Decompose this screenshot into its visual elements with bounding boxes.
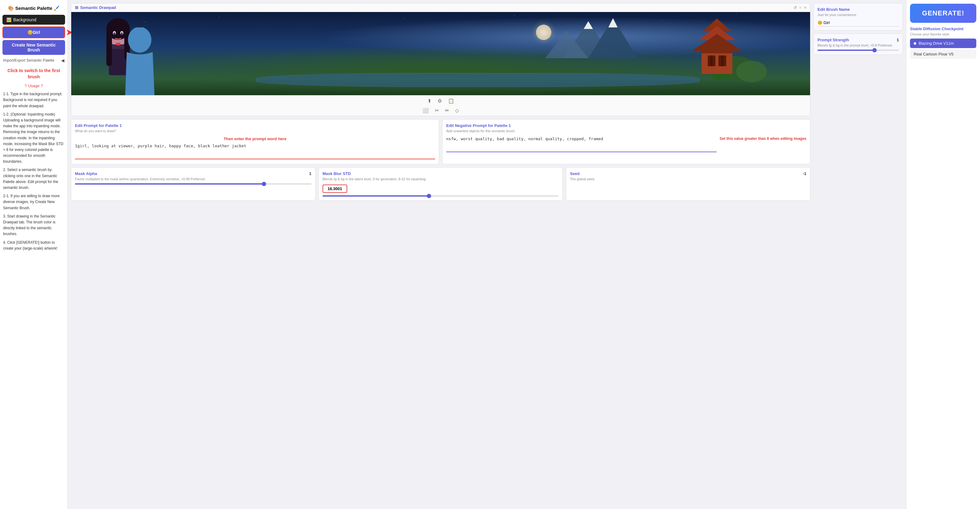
mask-blur-slider-fill <box>323 195 429 197</box>
drawpad-image[interactable] <box>71 12 810 95</box>
right-panel: GENERATE! Stable Diffusion Checkpoint Ch… <box>906 0 980 509</box>
toolbar-row2: ⬜ ✂ ✏ ◇ <box>71 106 810 116</box>
sidebar-item-background[interactable]: 🖼️ Background <box>2 15 65 25</box>
copy-icon[interactable]: 📋 <box>448 98 454 104</box>
svg-marker-4 <box>608 18 618 27</box>
seed-value: -1 <box>803 171 807 176</box>
svg-rect-23 <box>702 51 732 74</box>
create-brush-label: Create New Semantic Brush <box>12 43 56 52</box>
svg-point-16 <box>113 32 115 35</box>
svg-rect-24 <box>702 51 732 53</box>
brush-name-input[interactable]: 😊 Girl <box>818 19 899 27</box>
instruction-4: 2-1. If you are willing to draw more div… <box>3 193 64 211</box>
drawpad-header: ⊞ Semantic Drawpad ↺ ○ × <box>71 3 810 12</box>
mask-alpha-panel: Mask Alpha 1 Factor multiplied to the ma… <box>71 167 315 201</box>
drawpad-controls: ↺ ○ × <box>794 5 807 10</box>
param-panels-row: Mask Alpha 1 Factor multiplied to the ma… <box>71 167 810 201</box>
prompt-strength-value: 1 <box>897 38 899 42</box>
brush-name-sublabel: Just for your convenience. <box>818 13 899 17</box>
pagoda <box>683 17 751 79</box>
background-brush-icon: 🖼️ <box>6 17 11 22</box>
brush-name-panel: Edit Brush Name Just for your convenienc… <box>813 3 903 30</box>
prompt-strength-panel: Prompt Strength 1 Blends fg & bg in the … <box>813 33 903 55</box>
checkpoint-section: Stable Diffusion Checkpoint Choose your … <box>910 27 976 60</box>
background-brush-label: Background <box>13 17 37 22</box>
girl-brush-label: Girl <box>33 30 40 35</box>
checkpoint-option-cartoon[interactable]: Real Cartoon Pixar V5 <box>910 49 976 59</box>
mask-alpha-label: Mask Alpha 1 <box>75 171 312 176</box>
drawpad-title: ⊞ Semantic Drawpad <box>75 5 116 10</box>
mask-blur-slider-thumb[interactable] <box>427 194 431 198</box>
checkpoint-label: Stable Diffusion Checkpoint <box>910 27 976 31</box>
instruction-1: 1-1. Type in the background prompt. Back… <box>3 91 64 109</box>
crop-icon[interactable]: ⬜ <box>422 108 429 113</box>
checkpoint-option-blazing[interactable]: Blazing Drive V11m <box>910 38 976 48</box>
mask-alpha-slider-thumb[interactable] <box>262 182 266 186</box>
seed-desc: The global seed. <box>570 177 807 181</box>
svg-point-19 <box>128 27 151 53</box>
mask-blur-desc: Blends fg & bg in the latent level, 0 fo… <box>323 177 559 181</box>
erase-icon[interactable]: ◇ <box>455 108 459 113</box>
upload-icon[interactable]: ⬆ <box>427 98 431 104</box>
create-brush-button[interactable]: Create New Semantic Brush <box>2 40 65 55</box>
svg-rect-18 <box>116 43 120 45</box>
mask-blur-panel: Mask Blur STD Blends fg & bg in the late… <box>318 167 563 201</box>
sidebar-title: 🎨 Semantic Palette 🖌️ <box>2 4 65 13</box>
mask-blur-input[interactable]: 16.3001 <box>323 185 347 193</box>
instruction-3: 2. Select a semantic brush by clicking o… <box>3 167 64 191</box>
svg-marker-3 <box>584 21 593 29</box>
pond <box>256 73 699 87</box>
scene-background <box>71 12 810 95</box>
toolbar-row1: ⬆ ⚙ 📋 <box>71 95 810 106</box>
negative-prompt-input[interactable]: nsfw, worst quality, bad quality, normal… <box>446 135 717 152</box>
prompt-strength-slider[interactable] <box>818 49 899 51</box>
mask-alpha-value: 1 <box>309 171 311 176</box>
negative-annotation: Set this value greater than 8 when editi… <box>720 135 807 142</box>
prompt-annotation: Then enter the prompt word here <box>75 135 435 142</box>
checkpoint-dot-blazing <box>914 42 916 45</box>
sidebar-item-girl[interactable]: 😊 Girl ➤ <box>2 27 65 38</box>
settings-icon[interactable]: ⚙ <box>438 98 442 104</box>
negative-prompt-row: nsfw, worst quality, bad quality, normal… <box>446 135 807 152</box>
prompt-label: Edit Prompt for Palette 1 <box>75 123 435 128</box>
negative-prompt-sublabel: Add unwanted objects for this semantic b… <box>446 129 807 133</box>
import-export-row: Import/Export Semantic Palette ◀ <box>2 57 65 64</box>
refresh-icon[interactable]: ↺ <box>794 5 797 10</box>
mask-blur-label: Mask Blur STD <box>323 171 559 176</box>
mask-alpha-slider-fill <box>75 183 264 185</box>
svg-rect-28 <box>721 55 724 66</box>
prompt-strength-fill <box>818 49 875 51</box>
svg-marker-22 <box>692 34 741 51</box>
sidebar: 🎨 Semantic Palette 🖌️ 🖼️ Background 😊 Gi… <box>0 0 68 509</box>
minimize-icon[interactable]: ○ <box>799 5 802 10</box>
trim-icon[interactable]: ✂ <box>435 108 439 113</box>
mask-alpha-slider-track[interactable] <box>75 183 312 185</box>
right-side-panels: Edit Brush Name Just for your convenienc… <box>813 0 906 509</box>
brush-name-label: Edit Brush Name <box>818 7 899 12</box>
checkpoint-sublabel: Choose your favorite style. <box>910 32 976 36</box>
prompt-panel: Edit Prompt for Palette 1 What do you wa… <box>71 119 439 164</box>
mask-alpha-desc: Factor multiplied to the mask before qua… <box>75 177 312 181</box>
instruction-2: 1-2. (Optional: Inpainting mode) Uploadi… <box>3 111 64 165</box>
negative-prompt-label: Edit Negative Prompt for Palette 1 <box>446 123 807 128</box>
seed-label: Seed -1 <box>570 171 807 176</box>
import-export-arrow-icon[interactable]: ◀ <box>61 58 64 63</box>
switch-brush-text: Click to switch to the first brush <box>2 66 65 82</box>
prompt-sublabel: What do you want to draw? <box>75 129 435 133</box>
prompt-strength-thumb[interactable] <box>872 48 877 52</box>
instruction-6: 4. Click [GENERATE!] button to create yo… <box>3 240 64 251</box>
instructions: 1-1. Type in the background prompt. Back… <box>2 90 65 255</box>
svg-rect-12 <box>107 29 112 66</box>
main-content: ⊞ Semantic Drawpad ↺ ○ × <box>68 0 813 509</box>
pen-icon[interactable]: ✏ <box>445 108 449 113</box>
negative-prompt-panel: Edit Negative Prompt for Palette 1 Add u… <box>442 119 810 164</box>
generate-button[interactable]: GENERATE! <box>910 4 976 23</box>
close-icon[interactable]: × <box>804 5 807 10</box>
pagoda-svg <box>683 17 751 79</box>
prompt-input[interactable]: 1girl, looking at viewer, purple hair, h… <box>75 142 435 159</box>
svg-rect-27 <box>711 55 713 66</box>
prompt-strength-label: Prompt Strength 1 <box>818 38 899 42</box>
mask-blur-slider-track[interactable] <box>323 195 559 197</box>
drawpad-icon: ⊞ <box>75 5 78 10</box>
usage-text: ? Usage ? <box>2 84 65 88</box>
